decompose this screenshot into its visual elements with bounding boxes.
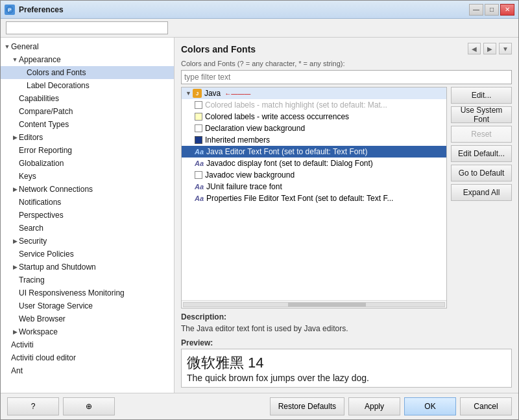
sidebar-item-colors-fonts[interactable]: ▶ Colors and Fonts [1, 66, 174, 79]
h-scroll-track [183, 302, 445, 307]
list-item-java[interactable]: ▼ J Java ←——— [182, 88, 446, 99]
sidebar-item-capabilities[interactable]: ▶ Capabilities [1, 92, 174, 105]
sidebar-item-perspectives[interactable]: ▶ Perspectives [1, 209, 174, 222]
declaration-label: Declaration view background [205, 124, 305, 133]
list-item-colored-match[interactable]: Colored labels - match highlight (set to… [182, 99, 446, 111]
panel-nav: ◀ ▶ ▼ [468, 43, 512, 54]
javadoc-bg-label: Javadoc view background [205, 170, 295, 180]
sidebar-item-service-policies[interactable]: ▶ Service Policies [1, 248, 174, 261]
reset-button[interactable]: Reset [451, 126, 512, 143]
sidebar-item-ant[interactable]: ▶ Ant [1, 364, 174, 377]
content-area: ▼ J Java ←——— Colored labels - match hig… [181, 87, 512, 309]
sidebar-item-error-reporting[interactable]: ▶ Error Reporting [1, 144, 174, 157]
sidebar-item-notifications[interactable]: ▶ Notifications [1, 196, 174, 209]
colored-write-label: Colored labels - write access occurrence… [205, 112, 349, 121]
list-item-junit-font[interactable]: Aa JUnit failure trace font [182, 181, 446, 192]
font-aa-icon-javadoc: Aa [195, 159, 204, 167]
java-font-label: Java Editor Text Font (set to default: T… [206, 147, 367, 156]
panel-title: Colors and Fonts [181, 44, 256, 54]
javadoc-font-label: Javadoc display font (set to default: Di… [206, 159, 373, 168]
sidebar-item-label-decorations[interactable]: ▶ Label Decorations [1, 79, 174, 92]
sidebar-item-activiti[interactable]: ▶ Activiti [1, 338, 174, 351]
preview-label: Preview: [181, 338, 512, 347]
filter-input[interactable] [181, 70, 512, 84]
bottom-bar: ? ⊕ Restore Defaults Apply OK Cancel [1, 393, 518, 419]
use-system-font-button[interactable]: Use System Font [451, 106, 512, 123]
sidebar-item-user-storage[interactable]: ▶ User Storage Service [1, 299, 174, 312]
link-button[interactable]: ⊕ [63, 397, 115, 415]
panel-header-row: Colors and Fonts ◀ ▶ ▼ [181, 43, 512, 58]
checkbox-colored-write [195, 113, 202, 121]
junit-font-label: JUnit failure trace font [206, 182, 282, 191]
sidebar-item-workspace[interactable]: ▶ Workspace [1, 325, 174, 338]
font-aa-icon-properties: Aa [195, 194, 204, 202]
go-to-default-button[interactable]: Go to Default [451, 165, 512, 181]
sidebar-item-keys[interactable]: ▶ Keys [1, 170, 174, 183]
panel-subtitle: Colors and Fonts (? = any character, * =… [181, 60, 512, 67]
minimize-button[interactable]: — [469, 4, 483, 16]
font-aa-icon-java: Aa [195, 148, 204, 156]
sidebar-item-activiti-cloud[interactable]: ▶ Activiti cloud editor [1, 351, 174, 364]
preferences-window: P Preferences — □ ✕ ▼ General ▼ Appearan… [0, 0, 519, 420]
sidebar-item-content-types[interactable]: ▶ Content Types [1, 118, 174, 131]
title-bar: P Preferences — □ ✕ [1, 1, 518, 19]
window-title: Preferences [19, 5, 469, 14]
cancel-button[interactable]: Cancel [460, 397, 512, 415]
preview-english-text: The quick brown fox jumps over the lazy … [187, 373, 506, 383]
sidebar-item-tracing[interactable]: ▶ Tracing [1, 274, 174, 286]
list-item-javadoc-font[interactable]: Aa Javadoc display font (set to default:… [182, 158, 446, 169]
sidebar-item-ui-responsiveness[interactable]: ▶ UI Responsiveness Monitoring [1, 286, 174, 299]
maximize-button[interactable]: □ [485, 4, 499, 16]
expand-all-button[interactable]: Expand All [451, 184, 512, 201]
sidebar-item-general[interactable]: ▼ General [1, 40, 174, 53]
expand-arrow-startup: ▶ [11, 263, 19, 271]
javadoc-bg-swatch [195, 171, 202, 179]
list-item-properties-font[interactable]: Aa Properties File Editor Text Font (set… [182, 192, 446, 204]
sidebar-item-editors[interactable]: ▶ Editors [1, 131, 174, 144]
checkbox-declaration [195, 124, 202, 132]
sidebar-item-web-browser[interactable]: ▶ Web Browser [1, 312, 174, 325]
list-item-colored-write[interactable]: Colored labels - write access occurrence… [182, 111, 446, 122]
list-item-declaration[interactable]: Declaration view background [182, 122, 446, 134]
sidebar-item-security[interactable]: ▶ Security [1, 235, 174, 248]
list-item-javadoc-bg[interactable]: Javadoc view background [182, 169, 446, 181]
nav-back-button[interactable]: ◀ [468, 43, 481, 54]
apply-button[interactable]: Apply [348, 397, 400, 415]
list-item-java-font[interactable]: Aa Java Editor Text Font (set to default… [182, 146, 446, 158]
java-arrow-indicator: ←——— [224, 90, 250, 97]
preview-chinese-text: 微软雅黑 14 [187, 353, 506, 373]
ok-button[interactable]: OK [404, 397, 456, 415]
search-bar [1, 19, 518, 38]
horizontal-scrollbar[interactable] [182, 300, 446, 308]
sidebar-item-network-connections[interactable]: ▶ Network Connections [1, 183, 174, 196]
sidebar-item-search[interactable]: ▶ Search [1, 222, 174, 235]
expand-arrow-network: ▶ [11, 185, 19, 193]
edit-button[interactable]: Edit... [451, 87, 512, 104]
description-label: Description: [181, 312, 512, 321]
expand-arrow-appearance: ▼ [11, 56, 19, 64]
java-folder-icon: J [193, 89, 202, 98]
list-item-inherited[interactable]: Inherited members [182, 134, 446, 146]
description-section: Description: The Java editor text font i… [181, 312, 512, 334]
font-color-list-container: ▼ J Java ←——— Colored labels - match hig… [181, 87, 447, 309]
search-input[interactable] [6, 21, 168, 34]
sidebar-item-appearance[interactable]: ▼ Appearance [1, 53, 174, 66]
sidebar: ▼ General ▼ Appearance ▶ Colors and Font… [1, 38, 175, 393]
sidebar-item-compare-patch[interactable]: ▶ Compare/Patch [1, 105, 174, 118]
nav-forward-button[interactable]: ▶ [483, 43, 496, 54]
inherited-color-swatch [195, 136, 202, 144]
bottom-right-buttons: Restore Defaults Apply OK Cancel [270, 397, 512, 415]
preview-box: 微软雅黑 14 The quick brown fox jumps over t… [181, 349, 512, 388]
expand-arrow-editors: ▶ [11, 134, 19, 141]
nav-menu-button[interactable]: ▼ [499, 43, 512, 54]
sidebar-item-startup-shutdown[interactable]: ▶ Startup and Shutdown [1, 261, 174, 274]
edit-default-button[interactable]: Edit Default... [451, 145, 512, 162]
preview-section: Preview: 微软雅黑 14 The quick brown fox jum… [181, 338, 512, 388]
help-button[interactable]: ? [7, 397, 59, 415]
expand-arrow-workspace: ▶ [11, 328, 19, 336]
window-controls: — □ ✕ [469, 4, 514, 16]
expand-arrow-java: ▼ [186, 90, 191, 97]
restore-defaults-button[interactable]: Restore Defaults [270, 397, 344, 415]
close-button[interactable]: ✕ [500, 4, 514, 16]
sidebar-item-globalization[interactable]: ▶ Globalization [1, 157, 174, 170]
